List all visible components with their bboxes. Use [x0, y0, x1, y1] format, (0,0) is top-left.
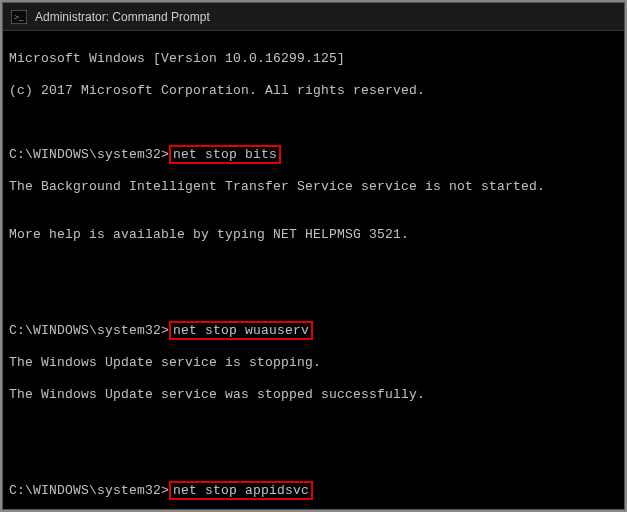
prompt-line: C:\WINDOWS\system32>net stop appidsvc — [9, 483, 618, 499]
command-prompt-window: >_ Administrator: Command Prompt Microso… — [2, 2, 625, 510]
blank-line — [9, 419, 618, 435]
command-highlight: net stop wuauserv — [169, 321, 313, 340]
prompt-line: C:\WINDOWS\system32>net stop wuauserv — [9, 323, 618, 339]
output-line: More help is available by typing NET HEL… — [9, 227, 618, 243]
output-line: The Background Intelligent Transfer Serv… — [9, 179, 618, 195]
titlebar[interactable]: >_ Administrator: Command Prompt — [3, 3, 624, 31]
copyright-line: (c) 2017 Microsoft Corporation. All righ… — [9, 83, 618, 99]
terminal-area[interactable]: Microsoft Windows [Version 10.0.16299.12… — [3, 31, 624, 509]
cmd-icon: >_ — [11, 10, 27, 24]
version-line: Microsoft Windows [Version 10.0.16299.12… — [9, 51, 618, 67]
prompt: C:\WINDOWS\system32> — [9, 323, 169, 338]
svg-text:>_: >_ — [14, 12, 24, 22]
prompt-line: C:\WINDOWS\system32>net stop bits — [9, 147, 618, 163]
command-highlight: net stop bits — [169, 145, 281, 164]
prompt: C:\WINDOWS\system32> — [9, 483, 169, 498]
blank-line — [9, 259, 618, 275]
output-line: The Windows Update service was stopped s… — [9, 387, 618, 403]
command-highlight: net stop appidsvc — [169, 481, 313, 500]
output-line: The Windows Update service is stopping. — [9, 355, 618, 371]
blank-line — [9, 115, 618, 131]
window-title: Administrator: Command Prompt — [35, 10, 210, 24]
blank-line — [9, 451, 618, 467]
prompt: C:\WINDOWS\system32> — [9, 147, 169, 162]
blank-line — [9, 291, 618, 307]
